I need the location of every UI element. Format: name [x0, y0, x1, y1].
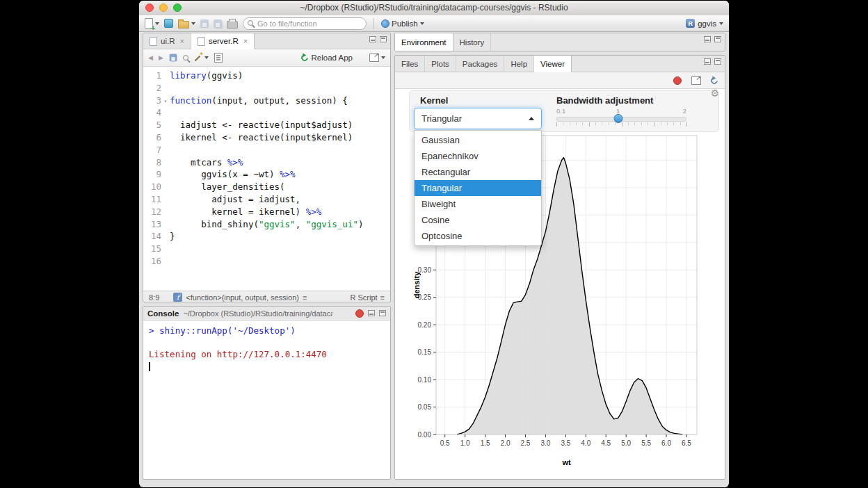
tab-environment[interactable]: Environment [395, 33, 453, 51]
source-options-button[interactable] [369, 54, 385, 62]
minimize-pane-icon[interactable] [704, 36, 711, 42]
kernel-option[interactable]: Cosine [415, 212, 541, 228]
tab-label: Help [511, 60, 527, 68]
fold-indicator-icon [161, 168, 170, 181]
code-line[interactable]: 14} [143, 230, 390, 243]
tab-ui-r[interactable]: ui.R × [143, 33, 191, 49]
screen: ~/Dropbox (RStudio)/RStudio/training/dat… [0, 0, 868, 488]
minimize-pane-icon[interactable] [369, 36, 376, 42]
save-all-button[interactable] [214, 19, 222, 28]
refresh-icon[interactable] [709, 76, 719, 86]
rstudio-window: ~/Dropbox (RStudio)/RStudio/training/dat… [139, 1, 729, 487]
back-icon[interactable]: ◀ [148, 54, 153, 61]
code-line[interactable]: 2 [143, 82, 390, 95]
close-icon[interactable]: × [243, 37, 248, 45]
maximize-pane-icon[interactable] [714, 58, 721, 65]
bandwidth-slider[interactable]: 0.1 1 2 [556, 107, 686, 127]
reload-app-button[interactable]: Reload App [301, 54, 353, 62]
kernel-option[interactable]: Biweight [415, 196, 541, 212]
kernel-option[interactable]: Triangular [415, 180, 541, 196]
kernel-select[interactable]: Triangular [414, 108, 542, 129]
close-icon[interactable]: × [179, 37, 184, 45]
gear-icon[interactable]: ⚙ [710, 88, 719, 99]
slider-tick [609, 122, 609, 125]
tab-packages[interactable]: Packages [456, 56, 505, 72]
fold-indicator-icon[interactable]: ▾ [161, 95, 170, 107]
save-button[interactable] [200, 19, 209, 28]
popout-icon [369, 54, 379, 62]
code-line[interactable]: 7 [143, 144, 390, 156]
slider-tick [615, 122, 616, 125]
file-type-selector[interactable]: R Script ≡ [350, 293, 385, 302]
code-line[interactable]: 11 adjust = iadjust, [143, 193, 390, 206]
goto-file-search [243, 17, 367, 30]
code-editor[interactable]: 1library(ggvis)23▾function(input, output… [143, 67, 390, 291]
code-line[interactable]: 16 [143, 255, 390, 268]
console-tab-label[interactable]: Console [147, 309, 179, 318]
print-button[interactable] [227, 21, 238, 29]
code-line[interactable]: 15 [143, 243, 390, 255]
kernel-option[interactable]: Gaussian [415, 132, 541, 148]
forward-icon[interactable]: ▶ [159, 54, 163, 61]
titlebar: ~/Dropbox (RStudio)/RStudio/training/dat… [139, 1, 729, 16]
code-tools-button[interactable] [194, 54, 209, 62]
code-line[interactable]: 1library(ggvis) [143, 70, 390, 82]
interrupt-r-icon[interactable] [355, 309, 364, 318]
publish-button[interactable]: Publish [381, 19, 424, 28]
code-line[interactable]: 4 [143, 106, 390, 119]
minimize-window-button[interactable] [159, 3, 168, 12]
kernel-option[interactable]: Optcosine [415, 228, 541, 244]
tab-help[interactable]: Help [504, 56, 534, 72]
maximize-pane-icon[interactable] [379, 310, 386, 316]
tab-history[interactable]: History [453, 33, 492, 51]
fold-indicator-icon [161, 70, 170, 82]
reload-icon [300, 53, 310, 63]
code-line[interactable]: 3▾function(input, output, session) { [143, 95, 390, 107]
minimize-pane-icon[interactable] [368, 310, 375, 316]
line-number: 2 [143, 82, 161, 95]
slider-tick [602, 122, 602, 125]
slider-tick [589, 122, 590, 127]
compile-report-icon[interactable] [214, 53, 223, 63]
slider-labels: 0.1 1 2 [556, 107, 686, 115]
new-project-button[interactable] [164, 19, 173, 28]
code-line[interactable]: 5 iadjust <- reactive(input$adjust) [143, 119, 390, 131]
tab-viewer[interactable]: Viewer [534, 56, 572, 72]
line-number: 16 [143, 255, 161, 268]
save-file-button[interactable] [169, 54, 177, 62]
kernel-option[interactable]: Epanechnikov [415, 148, 541, 164]
slider-track[interactable] [556, 117, 686, 122]
console-caret-line [149, 360, 385, 372]
find-replace-icon[interactable] [183, 55, 188, 60]
code-line[interactable]: 8 mtcars %>% [143, 156, 390, 169]
traffic-lights [145, 3, 182, 12]
goto-file-input[interactable] [243, 17, 367, 30]
chevron-down-icon [420, 22, 424, 25]
kernel-option[interactable]: Rectangular [415, 164, 541, 180]
tab-files[interactable]: Files [395, 56, 425, 72]
code-line[interactable]: 13 bind_shiny("ggvis", "ggvis_ui") [143, 218, 390, 231]
menu-icon: ≡ [380, 293, 385, 302]
minimize-pane-icon[interactable] [704, 58, 711, 65]
code-line[interactable]: 10 layer_densities( [143, 181, 390, 193]
open-in-new-window-icon[interactable] [691, 76, 701, 85]
close-window-button[interactable] [145, 3, 154, 12]
code-line[interactable]: 12 kernel = ikernel) %>% [143, 206, 390, 218]
maximize-pane-icon[interactable] [714, 36, 721, 42]
project-selector[interactable]: R ggvis [686, 19, 723, 28]
maximize-pane-icon[interactable] [380, 36, 387, 42]
tab-server-r[interactable]: server.R × [191, 33, 255, 49]
source-pane: ui.R × server.R × ◀ ▶ [143, 33, 391, 302]
console-output[interactable]: > shiny::runApp('~/Desktop') Listening o… [143, 320, 390, 376]
reload-app-label: Reload App [312, 54, 353, 62]
code-line[interactable]: 9 ggvis(x = ~wt) %>% [143, 168, 390, 181]
slider-handle[interactable] [613, 114, 622, 123]
slider-tick [556, 122, 557, 127]
kernel-label: Kernel [420, 95, 448, 106]
scope-selector[interactable]: f <function>(input, output, session) ≡ [173, 293, 307, 302]
open-file-button[interactable] [178, 19, 195, 29]
stop-app-icon[interactable] [673, 76, 682, 85]
new-file-button[interactable] [145, 18, 159, 29]
tab-plots[interactable]: Plots [425, 56, 456, 72]
code-line[interactable]: 6 ikernel <- reactive(input$kernel) [143, 131, 390, 144]
